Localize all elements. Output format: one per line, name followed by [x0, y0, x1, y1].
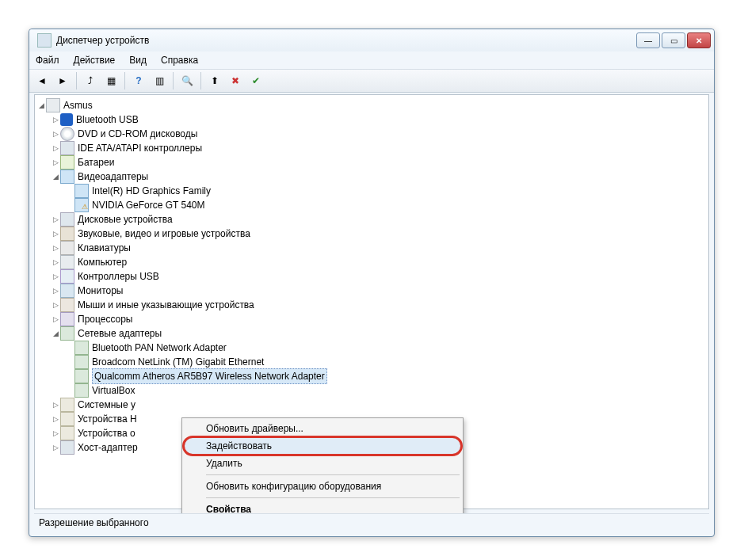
tree-category[interactable]: ▷Контроллеры USB [36, 269, 707, 284]
close-button[interactable]: ✕ [687, 32, 711, 48]
titlebar[interactable]: Диспетчер устройств — ▭ ✕ [29, 29, 714, 51]
menu-view[interactable]: Вид [128, 53, 148, 67]
ctx-separator [206, 497, 460, 498]
tree-category[interactable]: ▷Системные у [36, 398, 707, 412]
tree-device[interactable]: Qualcomm Atheros AR5B97 Wireless Network… [36, 369, 707, 383]
ctx-scan-hardware[interactable]: Обновить конфигурацию оборудования [184, 478, 461, 495]
maximize-button[interactable]: ▭ [662, 32, 685, 48]
context-menu: Обновить драйверы... Задействовать Удали… [181, 417, 464, 520]
back-icon[interactable]: ◄ [32, 71, 52, 90]
ctx-update-drivers[interactable]: Обновить драйверы... [184, 420, 461, 437]
up-icon[interactable]: ⤴ [81, 71, 100, 90]
ctx-delete[interactable]: Удалить [184, 455, 461, 472]
scan-icon[interactable]: 🔍 [177, 71, 197, 90]
status-bar: Разрешение выбранного [34, 513, 709, 531]
toolbar: ◄ ► ⤴ ▦ ? ▥ 🔍 ⬆ ✖ ✔ [29, 70, 714, 93]
tree-category[interactable]: ◢Сетевые адаптеры [36, 326, 707, 341]
device-manager-window: Диспетчер устройств — ▭ ✕ Файл Действие … [29, 29, 715, 537]
window-title: Диспетчер устройств [56, 35, 149, 46]
tree-category[interactable]: ▷Компьютер [36, 255, 707, 269]
update-driver-icon[interactable]: ⬆ [205, 71, 224, 90]
tree-category[interactable]: ▷Bluetooth USB [36, 112, 707, 127]
properties-icon[interactable]: ▥ [150, 71, 169, 90]
tree-device[interactable]: Intel(R) HD Graphics Family [36, 184, 707, 198]
ctx-separator [206, 474, 460, 475]
tree-device[interactable]: Broadcom NetLink (TM) Gigabit Ethernet [36, 355, 707, 369]
tree-category[interactable]: ▷Мониторы [36, 284, 707, 298]
tree-category[interactable]: ▷Батареи [36, 155, 707, 170]
tree-category[interactable]: ▷Мыши и иные указывающие устройства [36, 298, 707, 312]
forward-icon[interactable]: ► [53, 71, 72, 90]
disable-icon[interactable]: ✖ [226, 71, 245, 90]
menu-action[interactable]: Действие [72, 53, 117, 67]
tree-category[interactable]: ▷Дисковые устройства [36, 212, 707, 227]
help-icon[interactable]: ? [129, 71, 148, 90]
tree-category[interactable]: ◢Видеоадаптеры [36, 170, 707, 184]
tree-device[interactable]: Bluetooth PAN Network Adapter [36, 341, 707, 355]
tree-device[interactable]: VirtualBox [36, 383, 707, 398]
enable-icon[interactable]: ✔ [246, 71, 265, 90]
tree-category[interactable]: ▷Клавиатуры [36, 241, 707, 255]
tree-device[interactable]: NVIDIA GeForce GT 540M [36, 198, 707, 212]
minimize-button[interactable]: — [636, 32, 660, 48]
tree-category[interactable]: ▷Звуковые, видео и игровые устройства [36, 227, 707, 241]
tree-category[interactable]: ▷IDE ATA/ATAPI контроллеры [36, 141, 707, 155]
ctx-enable[interactable]: Задействовать [184, 437, 461, 455]
status-text: Разрешение выбранного [39, 517, 149, 528]
app-icon [37, 33, 52, 48]
show-hidden-icon[interactable]: ▦ [101, 71, 120, 90]
tree-category[interactable]: ▷Процессоры [36, 312, 707, 326]
tree-category[interactable]: ▷DVD и CD-ROM дисководы [36, 127, 707, 141]
menu-help[interactable]: Справка [159, 53, 200, 67]
menu-file[interactable]: Файл [34, 53, 61, 67]
tree-root[interactable]: ◢Asmus [36, 98, 707, 112]
menubar: Файл Действие Вид Справка [29, 51, 714, 70]
